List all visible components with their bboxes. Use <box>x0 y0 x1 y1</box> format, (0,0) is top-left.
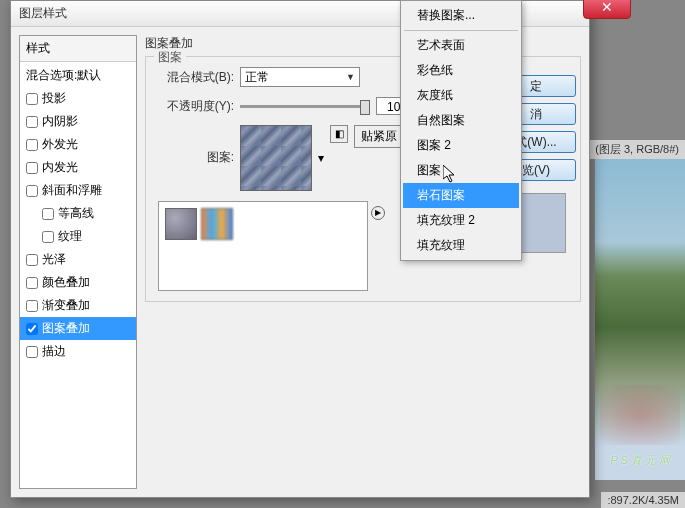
menu-item[interactable]: 彩色纸 <box>403 58 519 83</box>
sidebar-item-label: 斜面和浮雕 <box>42 182 102 199</box>
sidebar-item-label: 等高线 <box>58 205 94 222</box>
sidebar-item[interactable]: 内发光 <box>20 156 136 179</box>
menu-item[interactable]: 自然图案 <box>403 108 519 133</box>
status-bar: :897.2K/4.35M <box>601 492 685 508</box>
sidebar-item-label: 颜色叠加 <box>42 274 90 291</box>
style-checkbox[interactable] <box>26 93 38 105</box>
watermark: P S 真 元 网 <box>611 453 671 468</box>
sidebar-header[interactable]: 样式 <box>20 36 136 62</box>
sidebar-item[interactable]: 内阴影 <box>20 110 136 133</box>
document-info: (图层 3, RGB/8#) <box>589 140 685 159</box>
sidebar-item[interactable]: 投影 <box>20 87 136 110</box>
sidebar-item-label: 描边 <box>42 343 66 360</box>
sidebar-item-label: 渐变叠加 <box>42 297 90 314</box>
sidebar-item-label: 外发光 <box>42 136 78 153</box>
sidebar-item-label: 内阴影 <box>42 113 78 130</box>
sidebar-item[interactable]: 纹理 <box>20 225 136 248</box>
opacity-slider[interactable] <box>240 105 370 108</box>
sidebar-item-label: 内发光 <box>42 159 78 176</box>
sidebar-item-label: 纹理 <box>58 228 82 245</box>
canvas-preview <box>595 140 685 480</box>
close-button[interactable]: ✕ <box>583 0 631 19</box>
menu-item[interactable]: 图案 2 <box>403 133 519 158</box>
menu-item[interactable]: 灰度纸 <box>403 83 519 108</box>
sidebar-item[interactable]: 外发光 <box>20 133 136 156</box>
opacity-label: 不透明度(Y): <box>158 98 234 115</box>
preset-thumb[interactable] <box>201 208 233 240</box>
blend-options-item[interactable]: 混合选项:默认 <box>20 64 136 87</box>
style-checkbox[interactable] <box>26 185 38 197</box>
flyout-menu-icon[interactable]: ▶ <box>371 206 385 220</box>
pattern-context-menu: 替换图案...艺术表面彩色纸灰度纸自然图案图案 2图案岩石图案填充纹理 2填充纹… <box>400 0 522 261</box>
sidebar-item[interactable]: 图案叠加 <box>20 317 136 340</box>
preset-thumb[interactable] <box>165 208 197 240</box>
new-preset-button[interactable]: ◧ <box>330 125 348 143</box>
pattern-swatch[interactable] <box>240 125 312 191</box>
dialog-title: 图层样式 <box>19 5 67 22</box>
menu-item[interactable]: 填充纹理 <box>403 233 519 258</box>
chevron-down-icon[interactable]: ▾ <box>318 151 324 165</box>
sidebar-item[interactable]: 渐变叠加 <box>20 294 136 317</box>
sidebar-item-label: 投影 <box>42 90 66 107</box>
pattern-label: 图案: <box>158 149 234 166</box>
group-legend: 图案 <box>154 49 186 66</box>
style-checkbox[interactable] <box>26 346 38 358</box>
sidebar-item-label: 光泽 <box>42 251 66 268</box>
menu-item[interactable]: 艺术表面 <box>403 33 519 58</box>
snap-to-origin-button[interactable]: 贴紧原 <box>354 125 404 148</box>
style-checkbox[interactable] <box>26 323 38 335</box>
sidebar-item[interactable]: 光泽 <box>20 248 136 271</box>
style-checkbox[interactable] <box>26 162 38 174</box>
blend-mode-select[interactable]: 正常 <box>240 67 360 87</box>
menu-item[interactable]: 替换图案... <box>403 3 519 28</box>
style-checkbox[interactable] <box>42 231 54 243</box>
menu-item[interactable]: 图案 <box>403 158 519 183</box>
sidebar-item-label: 图案叠加 <box>42 320 90 337</box>
style-checkbox[interactable] <box>26 139 38 151</box>
style-checkbox[interactable] <box>26 300 38 312</box>
style-checkbox[interactable] <box>26 254 38 266</box>
styles-sidebar: 样式 混合选项:默认投影内阴影外发光内发光斜面和浮雕等高线纹理光泽颜色叠加渐变叠… <box>19 35 137 489</box>
style-checkbox[interactable] <box>26 277 38 289</box>
sidebar-item[interactable]: 等高线 <box>20 202 136 225</box>
style-checkbox[interactable] <box>42 208 54 220</box>
pattern-presets[interactable]: ▶ <box>158 201 368 291</box>
blend-mode-label: 混合模式(B): <box>158 69 234 86</box>
menu-item[interactable]: 填充纹理 2 <box>403 208 519 233</box>
menu-separator <box>404 30 518 31</box>
style-checkbox[interactable] <box>26 116 38 128</box>
menu-item[interactable]: 岩石图案 <box>403 183 519 208</box>
sidebar-item[interactable]: 斜面和浮雕 <box>20 179 136 202</box>
sidebar-item[interactable]: 颜色叠加 <box>20 271 136 294</box>
sidebar-item[interactable]: 描边 <box>20 340 136 363</box>
